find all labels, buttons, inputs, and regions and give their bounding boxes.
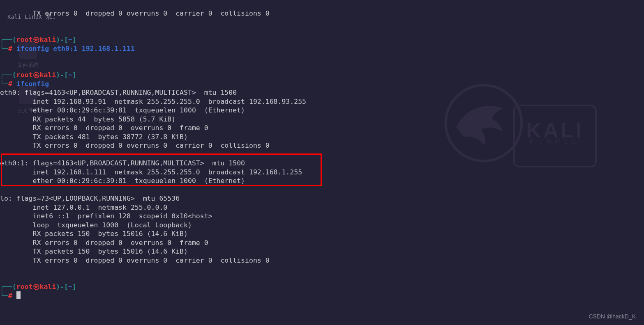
prompt-dash: -[ (60, 283, 68, 291)
prompt-corner-bottom: └─ (0, 292, 8, 300)
output-line: inet6 ::1 prefixlen 128 scopeid 0x10<hos… (0, 212, 212, 220)
output-line: inet 127.0.0.1 netmask 255.0.0.0 (0, 204, 167, 211)
prompt-host: kali (40, 71, 56, 79)
prompt-dash: -[ (60, 36, 68, 43)
output-line: RX packets 44 bytes 5858 (5.7 KiB) (0, 115, 175, 123)
prompt-sep: ㉿ (33, 71, 40, 79)
prompt-hash: # (8, 45, 12, 53)
output-line: TX errors 0 dropped 0 overruns 0 carrier… (0, 9, 270, 17)
cursor (16, 291, 21, 299)
prompt-paren: ( (12, 71, 16, 79)
prompt-sep: ㉿ (33, 283, 40, 291)
prompt-paren: ( (12, 283, 16, 291)
output-line: loop txqueuelen 1000 (Local Loopback) (0, 221, 192, 229)
prompt-cwd: ~ (68, 36, 72, 43)
prompt-dash: ] (72, 36, 76, 43)
prompt-corner-top: ┌── (0, 283, 12, 291)
prompt-dash: -[ (60, 71, 68, 79)
output-line: TX errors 0 dropped 0 overruns 0 carrier… (0, 256, 270, 264)
prompt-user: root (16, 283, 33, 291)
prompt-cwd: ~ (68, 71, 72, 79)
output-line: TX errors 0 dropped 0 overruns 0 carrier… (0, 142, 270, 149)
prompt-user: root (16, 71, 33, 79)
output-line: ether 00:0c:29:6c:39:81 txqueuelen 1000 … (0, 106, 245, 114)
prompt-host: kali (40, 36, 56, 43)
highlight-box (1, 153, 322, 186)
output-line: eth0: flags=4163<UP,BROADCAST,RUNNING,MU… (0, 89, 237, 96)
prompt-paren: ( (12, 36, 16, 43)
output-line: lo: flags=73<UP,LOOPBACK,RUNNING> mtu 65… (0, 195, 180, 202)
output-line: RX errors 0 dropped 0 overruns 0 frame 0 (0, 239, 208, 247)
command: ifconfig eth0:1 192.168.1.111 (16, 45, 135, 53)
command: ifconfig (16, 80, 49, 88)
output-line: RX packets 150 bytes 15016 (14.6 KiB) (0, 230, 188, 238)
prompt-dash: ] (72, 283, 76, 291)
prompt-paren: ) (56, 71, 60, 79)
prompt-hash: # (8, 292, 12, 300)
output-line: inet 192.168.93.91 netmask 255.255.255.0… (0, 98, 306, 105)
prompt-paren: ) (56, 283, 60, 291)
prompt-host: kali (40, 283, 56, 291)
prompt-cwd: ~ (68, 283, 72, 291)
prompt-sep: ㉿ (33, 36, 40, 43)
prompt-corner-top: ┌── (0, 36, 12, 43)
prompt-corner-bottom: └─ (0, 80, 8, 88)
csdn-watermark: CSDN @hackD_K (589, 312, 636, 321)
prompt-corner-top: ┌── (0, 71, 12, 79)
output-line: RX errors 0 dropped 0 overruns 0 frame 0 (0, 124, 208, 132)
prompt-hash: # (8, 80, 12, 88)
prompt-user: root (16, 36, 33, 43)
prompt-corner-bottom: └─ (0, 45, 8, 53)
output-line: TX packets 150 bytes 15016 (14.6 KiB) (0, 247, 188, 255)
output-line: TX packets 481 bytes 38772 (37.8 KiB) (0, 133, 188, 141)
prompt-dash: ] (72, 71, 76, 79)
prompt-paren: ) (56, 36, 60, 43)
